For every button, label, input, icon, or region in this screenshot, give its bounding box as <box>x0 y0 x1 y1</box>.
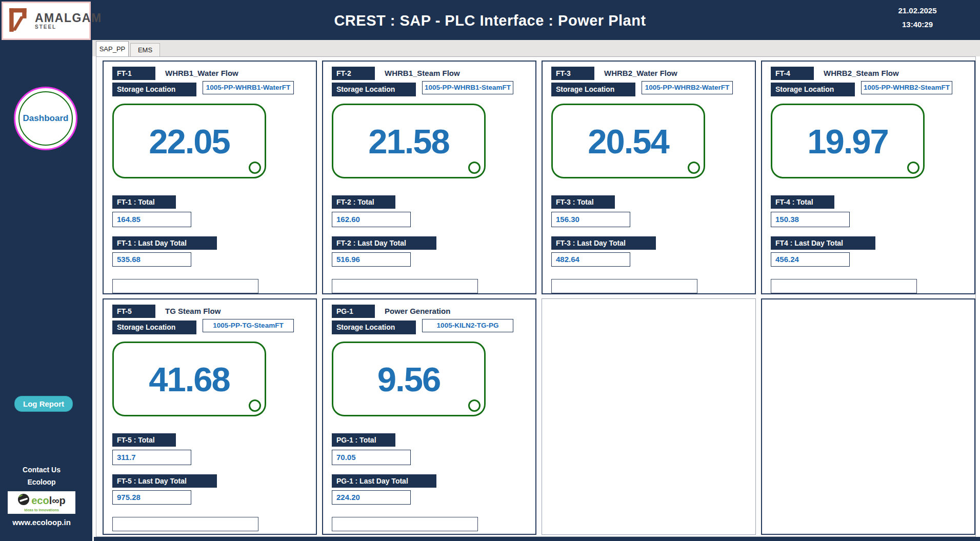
live-value-display: 20.54 <box>551 104 705 178</box>
status-circle-icon <box>468 162 481 174</box>
contact-us-text: Contact Us <box>0 466 83 474</box>
status-circle-icon <box>468 399 481 412</box>
flow-panel: FT-3 WHRB2_Water Flow Storage Location 1… <box>542 61 756 294</box>
sidebar: AMALGAM STEEL Dashboard Log Report Conta… <box>0 0 92 541</box>
live-value: 22.05 <box>149 122 230 161</box>
panel-title: WHRB1_Water Flow <box>165 67 238 80</box>
live-value: 19.97 <box>807 122 888 161</box>
panel-input-field[interactable] <box>332 517 478 531</box>
panel-title: WHRB2_Water Flow <box>604 67 677 80</box>
total-value: 164.85 <box>112 212 191 227</box>
header-bar: CREST : SAP - PLC Interface : Power Plan… <box>0 0 980 40</box>
amalgam-title: AMALGAM <box>35 12 102 24</box>
total-value: 150.38 <box>771 212 850 227</box>
ecoloop-handshake-icon <box>17 493 30 508</box>
panel-title: WHRB2_Steam Flow <box>824 67 899 80</box>
amalgam-logo: AMALGAM STEEL <box>2 2 91 40</box>
panel-tag-badge: PG-1 <box>332 305 375 318</box>
live-value: 21.58 <box>368 122 449 161</box>
panel-tag-badge: FT-1 <box>112 67 155 80</box>
panel-tag-badge: FT-5 <box>112 305 155 318</box>
company-name-text: Ecoloop <box>0 478 83 486</box>
lastday-total-label: FT-1 : Last Day Total <box>112 236 217 250</box>
lastday-total-label: FT-2 : Last Day Total <box>332 236 436 250</box>
tab-strip: SAP_PP EMS <box>92 40 980 56</box>
lastday-total-label: FT-5 : Last Day Total <box>112 474 217 488</box>
ecoloop-tagline: Ideas to Innovations <box>24 508 59 512</box>
panel-title: Power Generation <box>385 305 450 318</box>
flow-panel: FT-1 WHRB1_Water Flow Storage Location 1… <box>103 61 317 294</box>
status-circle-icon <box>249 399 261 412</box>
amalgam-logo-icon <box>8 7 30 35</box>
lastday-total-label: PG-1 : Last Day Total <box>332 474 436 488</box>
website-text: www.ecoloop.in <box>0 518 83 527</box>
tab-sap-pp[interactable]: SAP_PP <box>96 41 129 56</box>
panel-input-field[interactable] <box>771 279 917 293</box>
live-value-display: 9.56 <box>332 342 486 416</box>
panel-tag-badge: FT-4 <box>771 67 814 80</box>
ecoloop-word-green: eco <box>31 495 49 506</box>
amalgam-subtitle: STEEL <box>35 24 102 30</box>
lastday-total-label: FT-3 : Last Day Total <box>551 236 656 250</box>
status-circle-icon <box>907 162 919 174</box>
dashboard-button[interactable]: Dashboard <box>14 87 77 150</box>
live-value: 9.56 <box>377 359 440 399</box>
storage-location-value: 1005-PP-WHRB2-SteamFT <box>861 81 952 94</box>
flow-panel: FT-4 WHRB2_Steam Flow Storage Location 1… <box>761 61 975 294</box>
lastday-total-value: 975.28 <box>112 490 191 505</box>
total-value: 70.05 <box>332 450 411 465</box>
panel-input-field[interactable] <box>112 279 258 293</box>
panel-input-field[interactable] <box>332 279 478 293</box>
panel-grid: FT-1 WHRB1_Water Flow Storage Location 1… <box>103 61 975 535</box>
live-value-display: 41.68 <box>112 342 266 416</box>
total-label: FT-2 : Total <box>332 195 395 209</box>
panel-title: WHRB1_Steam Flow <box>385 67 460 80</box>
panel-tag-badge: FT-3 <box>551 67 594 80</box>
empty-panel-1 <box>542 298 756 535</box>
flow-panel: FT-2 WHRB1_Steam Flow Storage Location 1… <box>322 61 536 294</box>
ecoloop-word-dark: l∞p <box>49 495 66 506</box>
flow-panel: FT-5 TG Steam Flow Storage Location 1005… <box>103 298 317 535</box>
storage-location-label: Storage Location <box>551 83 635 96</box>
log-report-button[interactable]: Log Report <box>14 396 73 412</box>
ecoloop-logo: ecol∞p Ideas to Innovations <box>8 491 75 514</box>
status-circle-icon <box>249 162 261 174</box>
lastday-total-value: 456.24 <box>771 252 850 267</box>
lastday-total-value: 482.64 <box>551 252 630 267</box>
total-label: FT-3 : Total <box>551 195 615 209</box>
total-label: FT-5 : Total <box>112 433 176 447</box>
panel-title: TG Steam Flow <box>165 305 221 318</box>
storage-location-label: Storage Location <box>112 320 196 334</box>
empty-panel-2 <box>761 298 975 535</box>
dashboard-button-ring: Dashboard <box>18 91 73 146</box>
lastday-total-value: 516.96 <box>332 252 411 267</box>
lastday-total-label: FT4 : Last Day Total <box>771 236 875 250</box>
flow-panel: PG-1 Power Generation Storage Location 1… <box>322 298 536 535</box>
live-value: 20.54 <box>588 122 669 161</box>
live-value-display: 21.58 <box>332 104 486 178</box>
total-label: PG-1 : Total <box>332 433 395 447</box>
storage-location-value: 1005-PP-WHRB1-SteamFT <box>422 81 513 94</box>
panel-input-field[interactable] <box>112 517 258 531</box>
total-label: FT-1 : Total <box>112 195 176 209</box>
total-label: FT-4 : Total <box>771 195 834 209</box>
app-window: CREST : SAP - PLC Interface : Power Plan… <box>0 0 980 541</box>
lastday-total-value: 224.20 <box>332 490 411 505</box>
date-value: 21.02.2025 <box>882 4 953 17</box>
live-value-display: 22.05 <box>112 104 266 178</box>
tab-ems[interactable]: EMS <box>130 43 160 56</box>
status-circle-icon <box>688 162 700 174</box>
storage-location-value: 1005-PP-WHRB2-WaterFT <box>642 81 733 94</box>
datetime-display: 21.02.2025 13:40:29 <box>882 4 953 31</box>
total-value: 311.7 <box>112 450 191 465</box>
panel-tag-badge: FT-2 <box>332 67 375 80</box>
bottom-bar <box>94 537 980 541</box>
storage-location-value: 1005-KILN2-TG-PG <box>422 319 513 332</box>
panel-input-field[interactable] <box>551 279 697 293</box>
total-value: 162.60 <box>332 212 411 227</box>
storage-location-value: 1005-PP-TG-SteamFT <box>203 319 294 332</box>
lastday-total-value: 535.68 <box>112 252 191 267</box>
storage-location-label: Storage Location <box>771 83 855 96</box>
live-value: 41.68 <box>149 359 230 399</box>
live-value-display: 19.97 <box>771 104 925 178</box>
